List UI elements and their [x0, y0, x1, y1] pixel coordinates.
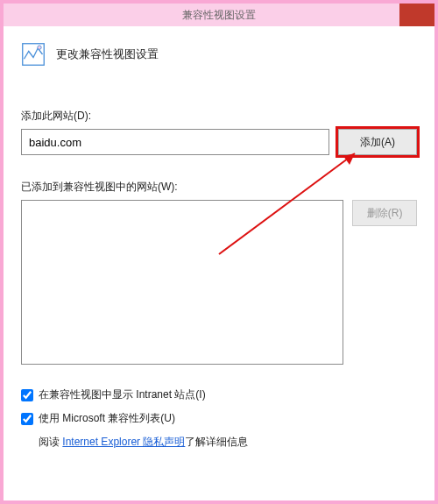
compat-view-icon	[21, 42, 46, 67]
intranet-checkbox-row[interactable]: 在兼容性视图中显示 Intranet 站点(I)	[21, 387, 417, 402]
add-site-label: 添加此网站(D):	[21, 109, 417, 124]
header-title: 更改兼容性视图设置	[56, 46, 159, 62]
microsoft-checkbox[interactable]	[21, 413, 33, 425]
privacy-link[interactable]: Internet Explorer 隐私声明	[62, 436, 185, 448]
window-title: 兼容性视图设置	[182, 8, 256, 23]
added-sites-label: 已添加到兼容性视图中的网站(W):	[21, 180, 417, 195]
intranet-checkbox-label: 在兼容性视图中显示 Intranet 站点(I)	[39, 387, 206, 402]
footer-suffix: 了解详细信息	[185, 436, 248, 448]
add-site-row: 添加(A)	[21, 129, 417, 155]
titlebar: 兼容性视图设置	[4, 4, 434, 26]
close-button[interactable]	[399, 4, 434, 26]
microsoft-checkbox-label: 使用 Microsoft 兼容性列表(U)	[39, 411, 175, 426]
window-frame: 兼容性视图设置 更改兼容性视图设置 添加此网站(D): 添加(A) 已添加到兼容…	[0, 0, 438, 504]
dialog-content: 更改兼容性视图设置 添加此网站(D): 添加(A) 已添加到兼容性视图中的网站(…	[4, 26, 434, 450]
add-button[interactable]: 添加(A)	[338, 129, 417, 155]
footer-prefix: 阅读	[39, 436, 62, 448]
header-row: 更改兼容性视图设置	[21, 42, 417, 67]
footer-text: 阅读 Internet Explorer 隐私声明了解详细信息	[39, 435, 417, 450]
intranet-checkbox[interactable]	[21, 389, 33, 401]
remove-button: 删除(R)	[352, 200, 417, 226]
svg-point-1	[38, 46, 41, 49]
added-sites-listbox[interactable]	[21, 200, 343, 365]
microsoft-checkbox-row[interactable]: 使用 Microsoft 兼容性列表(U)	[21, 411, 417, 426]
site-url-input[interactable]	[21, 129, 329, 155]
added-sites-row: 删除(R)	[21, 200, 417, 387]
